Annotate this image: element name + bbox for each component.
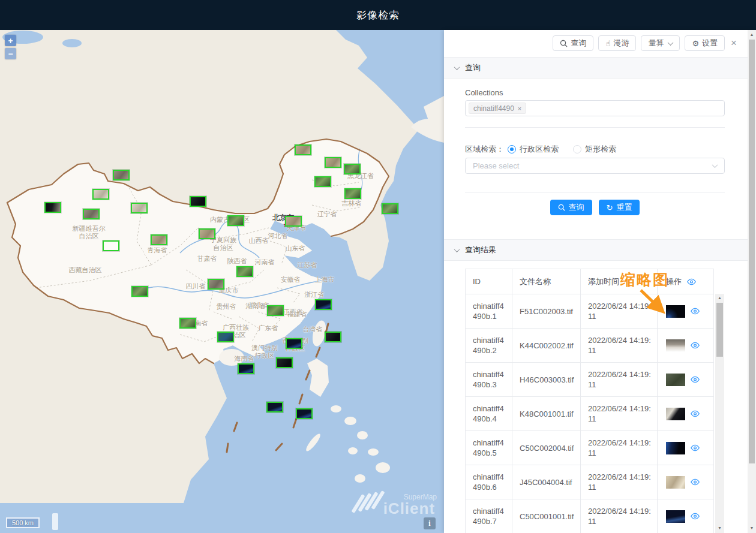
table-row[interactable]: chinatiff4490b.1 F51C002003.tif 2022/06/…: [466, 294, 713, 329]
eye-icon[interactable]: [690, 308, 700, 315]
collections-input[interactable]: chinatiff4490 ×: [465, 100, 725, 116]
cell-time: 2022/06/24 14:19:11: [581, 499, 658, 533]
image-footprint-marker[interactable]: [227, 215, 244, 226]
info-button[interactable]: i: [424, 517, 436, 529]
map-toolbar: 查询 ☝ 漫游 量算 ⚙ 设置 ×: [444, 35, 748, 51]
cell-filename: K48C001001.tif: [512, 397, 581, 430]
radio-admin-region-label[interactable]: 行政区检索: [520, 144, 559, 155]
image-footprint-marker[interactable]: [325, 332, 341, 342]
panel-scrollbar[interactable]: ▲ ▼: [748, 30, 756, 533]
cell-id: chinatiff4490b.5: [466, 431, 512, 465]
image-footprint-marker[interactable]: [83, 209, 100, 219]
eye-icon[interactable]: [690, 410, 700, 417]
cell-ops: [658, 499, 713, 533]
column-header-filename: 文件名称: [512, 269, 581, 294]
map-slider-handle[interactable]: [52, 513, 58, 530]
table-row[interactable]: chinatiff4490b.2 K44C002002.tif 2022/06/…: [466, 329, 713, 363]
toolbar-measure-dropdown[interactable]: 量算: [641, 35, 680, 51]
image-footprint-marker[interactable]: [131, 286, 148, 297]
image-footprints: [0, 30, 444, 533]
table-row[interactable]: chinatiff4490b.6 J45C004004.tif 2022/06/…: [466, 465, 713, 499]
image-footprint-marker[interactable]: [344, 164, 361, 174]
scroll-down-icon[interactable]: ▼: [748, 525, 756, 532]
eye-icon[interactable]: [690, 376, 700, 383]
results-section-header[interactable]: 查询结果: [444, 239, 748, 261]
image-footprint-marker[interactable]: [285, 216, 302, 227]
scrollbar-thumb[interactable]: [716, 303, 723, 357]
image-footprint-marker[interactable]: [92, 189, 109, 200]
cell-ops: [658, 465, 713, 499]
scroll-down-icon[interactable]: ▼: [715, 525, 724, 532]
radio-admin-region[interactable]: [508, 145, 516, 153]
image-footprint-marker[interactable]: [238, 363, 254, 374]
thumbnail[interactable]: [666, 442, 685, 454]
image-footprint-marker[interactable]: [266, 402, 283, 412]
image-footprint-marker[interactable]: [179, 318, 196, 329]
image-footprint-marker[interactable]: [103, 240, 119, 251]
image-footprint-marker[interactable]: [286, 338, 302, 349]
image-footprint-marker[interactable]: [217, 332, 234, 342]
image-footprint-marker[interactable]: [344, 188, 361, 199]
thumbnail[interactable]: [666, 339, 685, 352]
chevron-down-icon: [668, 40, 674, 46]
scroll-up-icon[interactable]: ▲: [748, 31, 756, 38]
thumbnail[interactable]: [666, 476, 685, 489]
thumbnail[interactable]: [666, 374, 685, 386]
radio-rectangle-label[interactable]: 矩形检索: [585, 144, 616, 155]
image-footprint-marker[interactable]: [296, 408, 313, 419]
image-footprint-marker[interactable]: [44, 202, 61, 213]
eye-icon[interactable]: [690, 444, 700, 451]
image-footprint-marker[interactable]: [382, 203, 398, 214]
table-row[interactable]: chinatiff4490b.4 K48C001001.tif 2022/06/…: [466, 397, 713, 431]
thumbnail[interactable]: [666, 510, 685, 523]
image-footprint-marker[interactable]: [314, 176, 331, 187]
image-footprint-marker[interactable]: [315, 299, 332, 310]
cell-id: chinatiff4490b.3: [466, 363, 512, 396]
cell-time: 2022/06/24 14:19:11: [581, 397, 658, 430]
image-footprint-marker[interactable]: [295, 144, 311, 155]
search-button[interactable]: 查询: [550, 200, 592, 215]
panel-close-button[interactable]: ×: [731, 37, 737, 49]
toolbar-settings-button[interactable]: ⚙ 设置: [685, 35, 725, 51]
eye-icon[interactable]: [686, 278, 697, 285]
scrollbar-thumb[interactable]: [749, 40, 755, 463]
image-footprint-marker[interactable]: [208, 279, 224, 290]
zoom-in-button[interactable]: +: [5, 35, 16, 46]
image-footprint-marker[interactable]: [131, 203, 148, 213]
image-footprint-marker[interactable]: [151, 234, 167, 245]
image-footprint-marker[interactable]: [190, 196, 206, 207]
table-row[interactable]: chinatiff4490b.7 C50C001001.tif 2022/06/…: [466, 499, 713, 533]
query-section-header[interactable]: 查询: [444, 57, 748, 79]
thumbnail[interactable]: [666, 305, 685, 318]
eye-icon[interactable]: [690, 342, 700, 349]
tag-remove-icon[interactable]: ×: [518, 105, 521, 112]
image-footprint-marker[interactable]: [199, 228, 215, 239]
scroll-up-icon[interactable]: ▲: [715, 294, 724, 302]
image-footprint-marker[interactable]: [267, 305, 284, 316]
image-footprint-marker[interactable]: [236, 266, 253, 277]
image-footprint-marker[interactable]: [325, 157, 341, 168]
app-header: 影像检索: [0, 0, 756, 30]
zoom-out-button[interactable]: −: [5, 48, 16, 59]
cell-time: 2022/06/24 14:19:11: [581, 294, 658, 328]
image-footprint-marker[interactable]: [113, 170, 130, 180]
table-scrollbar[interactable]: ▲ ▼: [715, 294, 724, 533]
map-canvas[interactable]: 黑龙江省 吉林省 辽宁省 内蒙古自治区 天津市 河北省 山西省 山东省 河南省 …: [0, 30, 444, 533]
cell-ops: [658, 397, 713, 430]
toolbar-roam-button[interactable]: ☝ 漫游: [598, 35, 636, 51]
cell-id: chinatiff4490b.1: [466, 294, 512, 328]
region-select[interactable]: Please select: [465, 158, 725, 174]
cell-id: chinatiff4490b.6: [466, 465, 512, 499]
table-row[interactable]: chinatiff4490b.5 C50C002004.tif 2022/06/…: [466, 431, 713, 465]
cell-ops: [658, 363, 713, 396]
reset-button[interactable]: ↻ 重置: [599, 200, 640, 215]
cell-id: chinatiff4490b.7: [466, 499, 512, 533]
toolbar-query-button[interactable]: 查询: [553, 35, 593, 51]
image-footprint-marker[interactable]: [276, 357, 293, 368]
collection-tag: chinatiff4490 ×: [469, 103, 526, 114]
table-row[interactable]: chinatiff4490b.3 H46C003003.tif 2022/06/…: [466, 363, 713, 397]
radio-rectangle[interactable]: [573, 145, 581, 153]
eye-icon[interactable]: [690, 513, 700, 520]
eye-icon[interactable]: [690, 478, 700, 486]
thumbnail[interactable]: [666, 408, 685, 420]
